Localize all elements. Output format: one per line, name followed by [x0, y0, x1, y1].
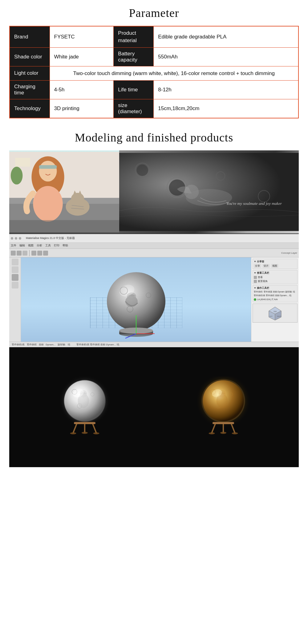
cube-widget: TOP LEFT RIGHT	[253, 304, 298, 323]
toolbar-icon[interactable]	[11, 251, 16, 256]
transform-info: 零件体积: 零件表面 坐标:Dynam 旋转轴: 结 零件体积/表 零件体积 坐…	[254, 290, 296, 301]
table-row: Shade color White jade Battery capacity …	[10, 47, 298, 66]
script-text-svg: You're my soulmate and joy maker	[226, 201, 282, 206]
view-item: 重置视角	[254, 280, 296, 283]
tool-icon[interactable]	[12, 274, 18, 281]
product-material-value: Edible grade degradable PLA	[154, 26, 298, 47]
table-row: Charging time 4-5h Life time 8-12h	[10, 81, 298, 99]
life-time-value: 8-12h	[154, 81, 298, 99]
view-icon	[254, 280, 257, 283]
toolbar-icon[interactable]	[37, 251, 42, 256]
menu-item[interactable]: 工具	[45, 244, 51, 248]
toolbar-icon[interactable]	[22, 251, 27, 256]
menu-item[interactable]: 视图	[28, 244, 34, 248]
page-wrapper: Parameter Brand FYSETC Product material …	[0, 0, 308, 473]
view-icon	[254, 276, 257, 279]
woman-cat-svg	[9, 150, 119, 233]
svg-line-56	[73, 423, 77, 433]
toolbar-icon[interactable]	[43, 251, 48, 256]
panel-title: ▼ 操作工具栏	[254, 286, 296, 290]
tool-icon[interactable]	[12, 282, 18, 288]
software-main-viewport	[21, 257, 251, 347]
shade-color-label: Shade color	[10, 47, 50, 66]
product-material-label: Product material	[114, 26, 154, 47]
software-left-sidebar	[9, 257, 21, 347]
svg-point-61	[82, 432, 88, 434]
brand-label: Brand	[10, 26, 50, 47]
view-items: 查看 重置视角	[254, 276, 296, 283]
size-value: 15cm,18cm,20cm	[154, 99, 298, 118]
moon-3d-svg	[102, 269, 170, 343]
software-menu-bar: 文件 编辑 视图 分析 工具 打印 帮助	[9, 243, 299, 249]
svg-rect-75	[213, 422, 234, 424]
menu-item[interactable]: 文件	[11, 244, 16, 248]
svg-point-76	[209, 432, 215, 435]
parameter-title: Parameter	[9, 6, 299, 20]
svg-rect-7	[39, 165, 57, 169]
table-row: Light color Two-color touch dimming (war…	[10, 66, 298, 81]
software-body: ▼ 分享套 分享 切片 视图 ▼ 查看工具栏 查看	[9, 257, 299, 347]
sidebar-panel-view: ▼ 查看工具栏 查看 重置视角	[253, 270, 298, 284]
table-row: Technology 3D printing size (diameter) 1…	[10, 99, 298, 118]
moon-lamp-warm	[199, 376, 248, 438]
tool-icon[interactable]	[12, 259, 18, 265]
light-color-label: Light color	[10, 66, 50, 81]
toolbar-icon[interactable]	[17, 251, 22, 256]
layer-label: Concept Layer	[281, 252, 297, 254]
toolbar-dot	[11, 237, 13, 240]
view-label: 重置视角	[258, 280, 268, 283]
modeling-title: Modeling and finished products	[9, 131, 299, 144]
view-item: 查看	[254, 276, 296, 279]
panel-title: ▼ 查看工具栏	[254, 271, 296, 275]
svg-point-6	[39, 161, 57, 182]
transform-row: 零件体积: 零件表面 坐标:Dynam 旋转轴: 结	[254, 290, 296, 293]
moon-lamp-warm-svg	[192, 376, 254, 438]
menu-item[interactable]: 帮助	[63, 244, 68, 248]
moon-lamp-white	[60, 376, 109, 438]
toolbar-icon[interactable]	[31, 251, 36, 256]
sidebar-panel-transform: ▼ 操作工具栏 零件体积: 零件表面 坐标:Dynam 旋转轴: 结 零件体积/…	[253, 285, 298, 302]
moon-3d-model	[102, 269, 170, 344]
moon-texture-image: You're my soulmate and joy maker	[119, 150, 299, 233]
moon-surface-svg: You're my soulmate and joy maker	[119, 150, 299, 233]
technology-value: 3D printing	[50, 99, 114, 118]
svg-point-60	[70, 432, 76, 435]
toolbar-divider	[29, 250, 30, 256]
svg-text:RIGHT: RIGHT	[277, 316, 281, 317]
left-tools	[9, 257, 21, 290]
tool-icon[interactable]	[12, 266, 18, 273]
svg-rect-15	[9, 220, 119, 232]
svg-line-74	[231, 423, 235, 433]
tab-item[interactable]: 视图	[271, 264, 278, 268]
top-image-row: You're my soulmate and joy maker	[9, 150, 299, 233]
panel-title: ▼ 分享套	[254, 260, 296, 263]
battery-capacity-value: 550mAh	[154, 47, 298, 66]
menu-item[interactable]: 打印	[54, 244, 59, 248]
menu-item[interactable]: 编辑	[19, 244, 25, 248]
svg-point-4	[11, 167, 23, 185]
svg-point-10	[71, 193, 84, 205]
svg-point-8	[33, 186, 63, 222]
svg-rect-59	[74, 422, 95, 424]
toolbar-dot	[15, 237, 17, 240]
svg-point-77	[220, 432, 226, 434]
panel-tabs: 分享 切片 视图	[254, 264, 296, 268]
software-title-bar: Materialise Magics 21.0 中文版 - 无标题	[26, 236, 75, 240]
technology-label: Technology	[10, 99, 50, 118]
svg-point-19	[137, 165, 148, 176]
moon-lamp-white-svg	[54, 376, 116, 438]
menu-item[interactable]: 分析	[37, 244, 42, 248]
software-screenshot: Materialise Magics 21.0 中文版 - 无标题 文件 编辑 …	[9, 233, 299, 347]
status-left: 零件体积/表 零件体积 坐标 Dynam... 旋转轴: 结	[12, 343, 70, 346]
toolbar-dot	[19, 237, 21, 240]
tab-item[interactable]: 切片	[262, 264, 270, 268]
tab-item[interactable]: 分享	[254, 264, 261, 268]
icon-toolbar: Concept Layer	[9, 249, 299, 257]
svg-rect-3	[15, 158, 30, 167]
light-color-value: Two-color touch dimming (warm white, whi…	[50, 66, 298, 81]
transform-row2: 零件体积/表 零件体积 坐标:Dynam... 结.	[254, 294, 296, 297]
software-toolbar: Materialise Magics 21.0 中文版 - 无标题	[9, 234, 299, 243]
parameter-table: Brand FYSETC Product material Edible gra…	[9, 26, 299, 118]
cube-svg: TOP LEFT RIGHT	[267, 305, 283, 321]
shade-color-value: White jade	[50, 47, 114, 66]
